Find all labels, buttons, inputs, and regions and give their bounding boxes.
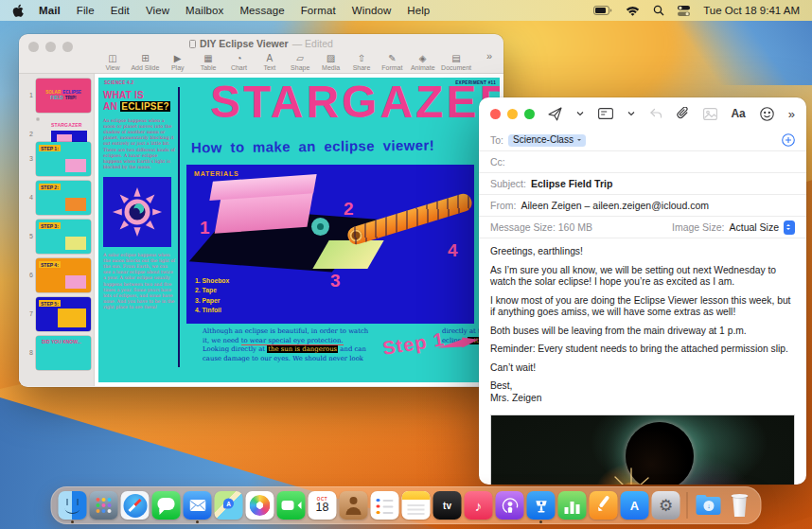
slide-thumbnail-7[interactable]: 7 STEP 5: xyxy=(21,297,94,331)
thumbnail-step-3[interactable]: STEP 3: xyxy=(36,220,91,254)
thumbnail-title-slide[interactable]: SOLARECLIPSEFIELDTRIP! xyxy=(36,79,91,113)
menu-mailbox[interactable]: Mailbox xyxy=(185,5,223,16)
solar-eclipse-text[interactable]: A solar eclipse happens when the moon bl… xyxy=(103,253,175,310)
stargazer-title[interactable]: STARGAZER xyxy=(210,78,500,128)
eclipse-definition-text[interactable]: An eclipse happens when a moon or planet… xyxy=(103,118,175,170)
thumbnail-step-2[interactable]: STEP 2: xyxy=(36,181,91,215)
dock-icon-app-store[interactable]: A xyxy=(621,488,649,522)
dock-icon-facetime[interactable] xyxy=(277,488,306,522)
menu-format[interactable]: Format xyxy=(301,5,336,16)
toolbar-overflow-button[interactable]: » xyxy=(486,50,492,62)
recipient-token[interactable]: Science-Class xyxy=(508,134,586,147)
thumbnail-step-4[interactable]: STEP 4: xyxy=(36,258,91,292)
menu-window[interactable]: Window xyxy=(352,5,392,16)
menu-message[interactable]: Message xyxy=(239,5,284,16)
battery-icon[interactable] xyxy=(593,6,612,15)
menu-file[interactable]: File xyxy=(77,5,95,16)
dock-icon-tv[interactable]: tv xyxy=(433,488,462,522)
dock-icon-photos[interactable] xyxy=(246,488,274,522)
attach-button[interactable] xyxy=(677,107,689,120)
mail-zoom-button[interactable] xyxy=(524,109,535,119)
share-icon: ⇧ xyxy=(358,53,365,63)
toolbar-animate-button[interactable]: ◈Animate xyxy=(411,53,435,71)
slide-thumbnail-6[interactable]: 6 STEP 4: xyxy=(21,258,94,292)
subject-field[interactable]: Subject:Eclipse Field Trip xyxy=(479,173,806,195)
menu-edit[interactable]: Edit xyxy=(111,5,130,16)
dock-icon-system-settings[interactable]: ⚙ xyxy=(652,488,680,522)
dock-icon-contacts[interactable] xyxy=(340,488,368,522)
dock-icon-launchpad[interactable] xyxy=(90,488,118,522)
dock-icon-downloads[interactable]: ↓ xyxy=(695,488,723,522)
caution-text-left[interactable]: Although an eclipse is beautiful, in ord… xyxy=(203,327,369,363)
menu-mail[interactable]: Mail xyxy=(39,5,61,16)
thumbnail-did-you-know[interactable]: DID YOU KNOW... xyxy=(36,336,91,370)
dock-icon-notes[interactable] xyxy=(402,488,431,522)
control-center-icon[interactable] xyxy=(678,6,690,16)
slide-thumbnail-5[interactable]: 5 STEP 3: xyxy=(21,220,94,254)
mail-minimize-button[interactable] xyxy=(507,109,518,119)
menu-help[interactable]: Help xyxy=(407,5,430,16)
reply-button[interactable] xyxy=(649,108,662,119)
toolbar-view-button[interactable]: ◫View xyxy=(100,53,125,71)
header-fields-chevron-icon[interactable] xyxy=(627,111,635,116)
to-field[interactable]: To: Science-Class xyxy=(479,130,806,151)
format-button[interactable]: Aa xyxy=(731,107,745,120)
dock-icon-mail[interactable] xyxy=(184,488,212,522)
from-field[interactable]: From:Aileen Zeigen – aileen.zeigen@iclou… xyxy=(479,195,806,217)
cc-field[interactable]: Cc: xyxy=(479,151,806,173)
slide-thumbnail-3[interactable]: 3 STEP 1: xyxy=(21,142,94,176)
dock-icon-music[interactable]: ♪ xyxy=(465,488,493,522)
toolbar-text-button[interactable]: AText xyxy=(257,53,282,71)
materials-panel[interactable]: MATERIALS 1 2 3 4 1. Shoebox 2. T xyxy=(186,165,474,324)
dock-icon-reminders[interactable] xyxy=(371,488,399,522)
thumbnail-step-5[interactable]: STEP 5: xyxy=(36,297,91,331)
mail-close-button[interactable] xyxy=(490,109,501,119)
toolbar-shape-button[interactable]: ▱Shape xyxy=(288,53,312,71)
dock-icon-podcasts[interactable] xyxy=(496,488,524,522)
dock-icon-pages[interactable] xyxy=(590,488,618,522)
stargazer-slide[interactable]: SCIENCE 4.2 EXPERIMENT #11 WHAT ISAN ECL… xyxy=(98,78,500,382)
emoji-button[interactable] xyxy=(760,107,774,121)
insert-photo-button[interactable] xyxy=(703,108,717,120)
slide-thumbnail-8[interactable]: 8 DID YOU KNOW... xyxy=(21,336,94,370)
send-options-chevron-icon[interactable] xyxy=(576,111,584,116)
image-size-popup-button[interactable] xyxy=(784,220,795,235)
message-body[interactable]: Greetings, earthlings! As I’m sure you a… xyxy=(479,238,806,413)
table-icon: ▦ xyxy=(203,53,212,63)
toolbar-add-slide-button[interactable]: ⊞Add Slide xyxy=(131,53,159,71)
slide-kicker-left[interactable]: SCIENCE 4.2 xyxy=(104,80,133,85)
dock-icon-maps[interactable] xyxy=(215,488,243,522)
spotlight-search-icon[interactable] xyxy=(653,5,664,16)
toolbar-play-button[interactable]: ▶Play xyxy=(166,53,190,71)
desktop: Mail File Edit View Mailbox Message Form… xyxy=(0,0,812,529)
toolbar-format-button[interactable]: ✎Format xyxy=(380,53,404,71)
slide-thumbnail-2-selected[interactable]: 2 STARGAZER xyxy=(21,117,94,137)
toolbar-media-button[interactable]: ▨Media xyxy=(319,53,344,71)
dock-icon-numbers[interactable] xyxy=(558,488,587,522)
toolbar-more-button[interactable]: » xyxy=(788,107,795,121)
slide-thumbnail-4[interactable]: 4 STEP 2: xyxy=(21,181,94,215)
wifi-icon[interactable] xyxy=(626,6,640,16)
what-is-heading[interactable]: WHAT ISAN ECLIPSE? xyxy=(103,90,175,113)
dock-icon-trash[interactable] xyxy=(726,488,754,522)
dock-icon-safari[interactable] xyxy=(121,488,150,522)
dock-icon-finder[interactable] xyxy=(59,488,87,522)
attachment-eclipse-photo[interactable] xyxy=(490,414,795,485)
dock-icon-calendar[interactable]: OCT18 xyxy=(309,488,337,522)
dock-icon-keynote[interactable] xyxy=(527,488,556,522)
toolbar-share-button[interactable]: ⇧Share xyxy=(349,53,374,71)
sun-illustration[interactable] xyxy=(103,177,171,247)
menu-bar-clock[interactable]: Tue Oct 18 9:41 AM xyxy=(703,5,800,16)
slide-thumbnail-1[interactable]: 1 SOLARECLIPSEFIELDTRIP! xyxy=(21,79,94,113)
slide-subtitle[interactable]: How to make an eclipse viewer! xyxy=(191,137,434,156)
add-recipient-button[interactable] xyxy=(782,133,795,147)
menu-view[interactable]: View xyxy=(146,5,169,16)
toolbar-table-button[interactable]: ▦Table xyxy=(196,53,221,71)
toolbar-chart-button[interactable]: ◔Chart xyxy=(226,53,251,71)
apple-logo-icon[interactable] xyxy=(12,4,24,18)
dock-icon-messages[interactable] xyxy=(152,488,181,522)
toolbar-document-button[interactable]: ▤Document xyxy=(441,53,471,71)
thumbnail-step-1[interactable]: STEP 1: xyxy=(36,142,91,176)
send-button[interactable] xyxy=(548,107,562,121)
header-fields-button[interactable] xyxy=(598,108,613,119)
